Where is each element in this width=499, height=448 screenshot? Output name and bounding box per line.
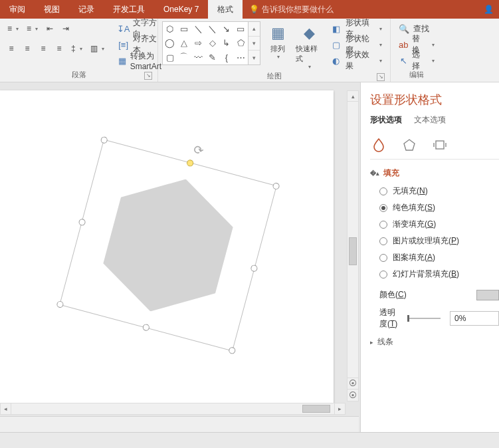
tab-format[interactable]: 格式 [208,0,243,19]
fill-pattern-radio[interactable]: 图案填充(A) [379,252,499,263]
group-label-drawing: 绘图 ↘ [162,70,386,83]
numbering-button[interactable]: ≡▾ [23,21,41,36]
adjust-handle-n[interactable] [186,159,194,167]
resize-handle-e[interactable] [250,265,258,273]
tab-review[interactable]: 审阅 [0,0,35,19]
resize-handle-w[interactable] [78,218,86,226]
group-label-paragraph: 段落 ↘ [4,68,153,82]
user-icon: 👤 [484,5,494,14]
svg-marker-0 [404,140,415,150]
pane-icon-fill-line[interactable] [370,136,387,154]
shape-pentagon-icon[interactable]: ⬠ [234,36,248,50]
shape-line-icon[interactable]: ＼ [191,22,205,36]
tab-view[interactable]: 视图 [35,0,69,19]
shape-oval-icon[interactable]: ◯ [163,36,177,50]
drawing-launcher[interactable]: ↘ [377,73,385,81]
align-justify-button[interactable]: ≡ [52,41,66,56]
canvas-vertical-scrollbar[interactable]: ▴ ▾ [347,90,359,401]
quick-styles-button[interactable]: ◆ 快速样式 ▾ [296,21,323,70]
shape-arrow-right-icon[interactable]: ⇨ [191,36,205,50]
align-center-button[interactable]: ≡ [20,41,35,56]
transparency-input[interactable] [450,311,499,326]
format-shape-pane: 设置形状格式 形状选项 文本选项 �▴ 填充 无填充(N) 纯色填充(S) 渐变… [360,82,499,432]
tab-dev-tools[interactable]: 开发工具 [104,0,154,19]
gallery-scroll-more[interactable]: ▾ [249,51,260,64]
arrange-button[interactable]: ▦ 排列 ▾ [264,21,292,70]
pane-title: 设置形状格式 [370,92,499,108]
pane-tab-text-options[interactable]: 文本选项 [414,114,446,128]
rotate-handle[interactable]: ⟳ [192,142,208,158]
fill-transparency-label: 透明度(T) [379,307,398,330]
shape-rect-icon[interactable]: ▭ [234,22,248,36]
scroll-right-button[interactable]: ▸ [334,403,345,414]
shape-arrow-icon[interactable]: ↘ [219,22,233,36]
resize-handle-s[interactable] [142,324,150,332]
fill-slide-bg-radio[interactable]: 幻灯片背景填充(B) [379,269,499,280]
align-right-button[interactable]: ≡ [36,41,50,56]
section-line-header[interactable]: ▸ 线条 [370,336,499,348]
prev-slide-button[interactable]: ⦿ [347,378,359,390]
next-slide-button[interactable]: ⦿ [347,390,359,401]
slide-canvas-area: ⟳ ▴ ▾ ⦿ ⦿ ◂ ▸ [0,82,359,432]
select-button[interactable]: ↖ 选择▾ [395,53,439,68]
shape-curve-icon[interactable]: 〰 [191,51,205,64]
pane-tab-shape-options[interactable]: 形状选项 [370,114,402,128]
gallery-scroll-up[interactable]: ▴ [249,22,260,37]
shapes-gallery[interactable]: ⬡ ▭ ＼ ＼ ↘ ▭ ◯ △ ⇨ ◇ ↳ ⬠ ▢ ⌒ 〰 ✎ { [162,21,249,65]
fill-color-row: 颜色(C) [370,289,499,300]
select-icon: ↖ [399,55,408,66]
search-icon: 🔍 [399,23,409,34]
pane-icon-effects[interactable] [401,136,418,154]
shape-hexagon-icon[interactable]: ⬡ [163,22,177,36]
resize-handle-ne[interactable] [272,182,280,190]
group-paragraph: ≡▾ ≡▾ ⇤ ⇥ ≡ ≡ ≡ ≡ ‡▾ ▥▾ ↧A 文字方向▾ [0,19,158,82]
indent-decrease-button[interactable]: ⇤ [43,21,57,36]
notes-splitter[interactable] [0,416,359,432]
shape-more-icon[interactable]: ⋯ [234,51,248,64]
fill-solid-radio[interactable]: 纯色填充(S) [379,202,499,213]
selected-shape[interactable]: ⟳ [78,160,258,331]
resize-handle-se[interactable] [228,346,236,354]
group-label-editing: 编辑 [395,68,439,82]
shape-roundrect-icon[interactable]: ▢ [163,51,177,64]
gallery-scroll-down[interactable]: ▾ [249,37,260,51]
account-button[interactable]: 👤 [478,0,499,19]
canvas-horizontal-scrollbar[interactable]: ◂ ▸ [0,403,346,415]
line-spacing-button[interactable]: ‡▾ [68,41,86,56]
shape-textbox-icon[interactable]: ▭ [177,22,191,36]
status-bar [0,432,499,448]
align-left-button[interactable]: ≡ [4,41,19,56]
scroll-up-button[interactable]: ▴ [348,91,358,102]
shape-triangle-icon[interactable]: △ [177,36,191,50]
columns-button[interactable]: ▥▾ [87,41,108,56]
text-direction-icon: ↧A [118,23,129,34]
fill-none-radio[interactable]: 无填充(N) [379,185,499,197]
shape-brace-icon[interactable]: { [219,51,233,64]
tab-record[interactable]: 记录 [69,0,104,19]
shape-arc-icon[interactable]: ⌒ [177,51,191,64]
shape-effects-button[interactable]: ◐ 形状效果▾ [327,53,386,68]
scroll-thumb-v[interactable] [349,237,357,265]
fill-color-picker[interactable] [476,290,499,300]
indent-increase-button[interactable]: ⇥ [58,21,73,36]
tell-me-search[interactable]: 💡 告诉我你想要做什么 [243,0,334,19]
bullets-button[interactable]: ≡▾ [4,21,22,36]
fill-gradient-radio[interactable]: 渐变填充(G) [379,219,499,230]
shape-diamond-icon[interactable]: ◇ [205,36,219,50]
resize-handle-sw[interactable] [56,300,64,308]
tell-me-placeholder: 告诉我你想要做什么 [262,4,334,15]
pane-icon-size[interactable] [431,136,449,154]
shape-line2-icon[interactable]: ＼ [205,22,219,36]
shape-connector-icon[interactable]: ↳ [219,36,233,50]
shape-fill-icon: ◧ [331,23,342,34]
paragraph-launcher[interactable]: ↘ [144,72,152,80]
section-fill-header[interactable]: �▴ 填充 [370,168,499,179]
transparency-slider[interactable] [407,318,441,319]
slide[interactable]: ⟳ [0,90,334,404]
shape-freeform-icon[interactable]: ✎ [205,51,219,64]
fill-picture-radio[interactable]: 图片或纹理填充(P) [379,235,499,247]
resize-handle-nw[interactable] [100,136,108,144]
tab-onekey[interactable]: OneKey 7 [154,0,208,19]
scroll-thumb-h[interactable] [302,405,330,413]
scroll-left-button[interactable]: ◂ [1,403,11,414]
